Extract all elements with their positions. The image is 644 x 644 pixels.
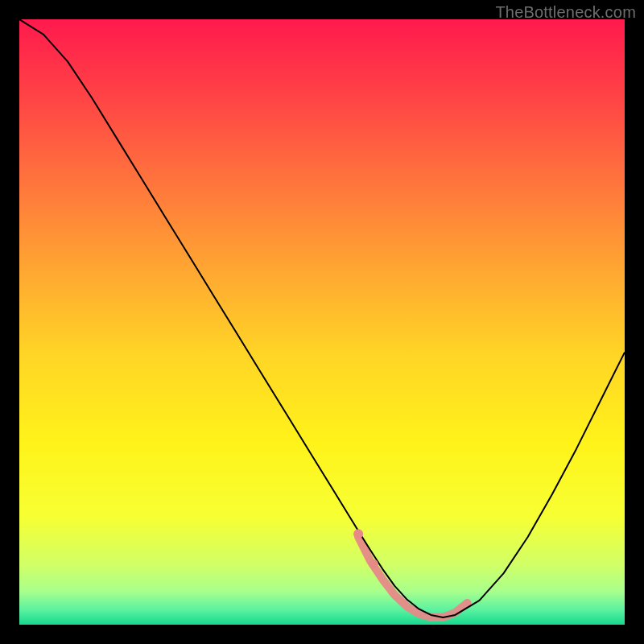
highlight-dot-1 <box>369 559 378 569</box>
highlight-dot-0 <box>353 529 363 539</box>
chart-container: TheBottleneck.com <box>0 0 644 644</box>
chart-svg <box>19 19 625 625</box>
plot-area <box>19 19 625 625</box>
gradient-background <box>19 19 625 625</box>
